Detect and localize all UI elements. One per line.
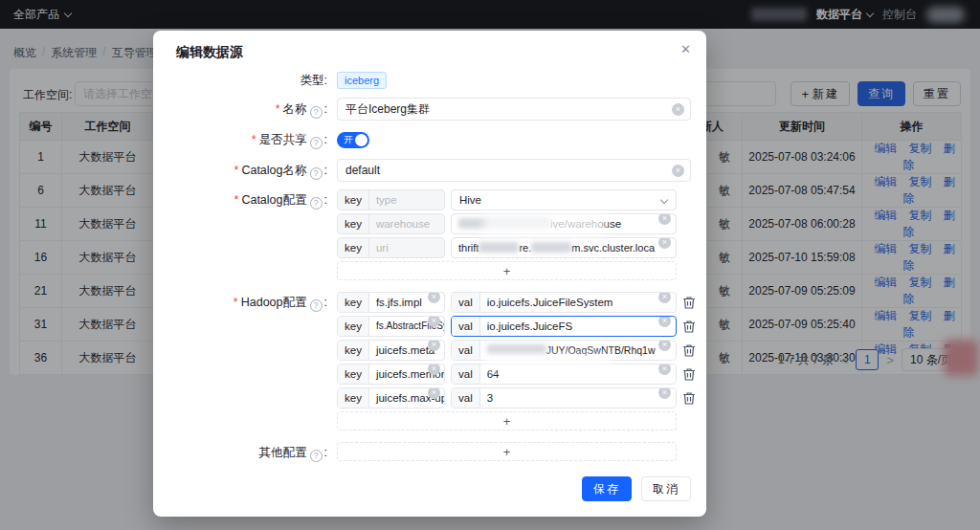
hadoop-key-input[interactable]: keyjuicefs.meta×	[337, 340, 445, 361]
clear-icon[interactable]: ×	[428, 387, 440, 399]
hadoop-key-input[interactable]: keyjuicefs.memory-size×	[337, 364, 445, 385]
type-label: 类型	[301, 74, 324, 87]
share-toggle[interactable]: 开	[337, 132, 369, 148]
catalog-config-add-button[interactable]: +	[337, 261, 677, 280]
name-input[interactable]: 平台Iceberg集群×	[337, 98, 691, 121]
chevron-down-icon	[660, 196, 668, 204]
other-config-label: 其他配置	[259, 446, 307, 459]
type-tag-iceberg: iceberg	[337, 72, 387, 89]
hadoop-val-input[interactable]: valio.juicefs.JuiceFileSystem×	[451, 292, 677, 313]
share-label: 是否共享	[259, 133, 307, 146]
blur-artifact	[483, 214, 606, 235]
catalog-name-label: Catalog名称	[241, 164, 306, 177]
clear-icon[interactable]: ×	[672, 165, 684, 177]
clear-icon[interactable]: ×	[658, 292, 671, 303]
help-icon: ?	[310, 167, 323, 180]
toggle-knob	[355, 134, 368, 146]
help-icon: ?	[310, 197, 323, 210]
blurred-text	[531, 242, 571, 253]
catalog-config-label: Catalog配置	[241, 193, 306, 207]
catalog-key-uri-input: keyuri	[337, 237, 445, 258]
close-icon[interactable]: ✕	[680, 42, 691, 56]
hadoop-key-input[interactable]: keyfs.AbstractFileSystem.jfs.impl×	[337, 316, 445, 337]
clear-icon[interactable]: ×	[658, 364, 671, 375]
help-icon: ?	[310, 106, 323, 119]
edit-datasource-modal: 编辑数据源 ✕ 类型: iceberg *名称?: 平台Iceberg集群× *…	[153, 31, 706, 517]
clear-icon[interactable]: ×	[658, 387, 671, 399]
cancel-button[interactable]: 取消	[641, 476, 691, 501]
hadoop-config-label: Hadoop配置	[241, 296, 307, 309]
clear-icon[interactable]: ×	[658, 340, 671, 351]
catalog-key-warehouse-input: keywarehouse	[337, 213, 445, 234]
trash-icon[interactable]	[682, 320, 696, 334]
catalog-type-select[interactable]: Hive	[451, 189, 677, 210]
clear-icon[interactable]: ×	[658, 213, 671, 225]
hadoop-key-input[interactable]: keyjuicefs.max-uploads×	[337, 387, 445, 409]
help-icon: ?	[310, 137, 323, 149]
hadoop-val-input[interactable]: val3×	[451, 387, 677, 409]
clear-icon[interactable]: ×	[428, 364, 440, 375]
trash-icon[interactable]	[682, 296, 696, 310]
trash-icon[interactable]	[682, 367, 696, 382]
catalog-key-type-input: keytype	[337, 189, 445, 210]
trash-icon[interactable]	[682, 391, 696, 406]
hadoop-key-input[interactable]: keyfs.jfs.impl×	[337, 292, 445, 313]
save-button[interactable]: 保存	[582, 476, 632, 501]
catalog-name-input[interactable]: default×	[337, 159, 691, 182]
other-config-add-button[interactable]: +	[337, 442, 677, 461]
hadoop-config-add-button[interactable]: +	[337, 411, 677, 431]
clear-icon[interactable]: ×	[672, 103, 684, 116]
clear-icon[interactable]: ×	[658, 316, 671, 327]
trash-icon[interactable]	[682, 343, 696, 358]
catalog-uri-value-input[interactable]: thriftre.m.svc.cluster.loca×	[451, 237, 677, 258]
help-icon: ?	[310, 299, 323, 312]
clear-icon[interactable]: ×	[428, 340, 440, 351]
toggle-on-label: 开	[344, 134, 353, 146]
help-icon: ?	[310, 450, 323, 462]
hadoop-val-input-focused[interactable]: valio.juicefs.JuiceFS×	[451, 316, 677, 337]
blurred-text	[479, 242, 519, 253]
blur-artifact	[483, 354, 612, 369]
name-label: 名称	[283, 102, 307, 116]
clear-icon[interactable]: ×	[428, 316, 440, 327]
clear-icon[interactable]: ×	[658, 237, 671, 249]
modal-title: 编辑数据源	[153, 31, 706, 61]
clear-icon[interactable]: ×	[428, 292, 440, 303]
